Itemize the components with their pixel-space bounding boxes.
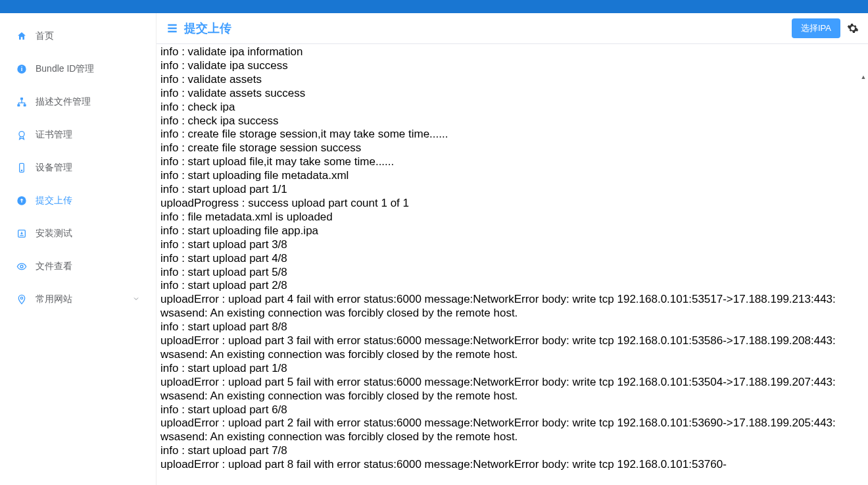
log-line: info : start upload part 1/8 (160, 362, 864, 376)
log-line: uploadError : upload part 8 fail with er… (160, 458, 864, 472)
sidebar: 首页 i Bundle ID管理 描述文件管理 证书管理 设备管理 (0, 13, 157, 485)
sidebar-item-websites[interactable]: 常用网站 (0, 283, 156, 316)
sidebar-item-label: 文件查看 (36, 261, 72, 272)
sidebar-item-label: 描述文件管理 (36, 96, 91, 108)
sidebar-item-cert[interactable]: 证书管理 (0, 118, 156, 151)
sidebar-item-label: 首页 (36, 30, 54, 42)
log-line: info : validate ipa success (160, 59, 864, 73)
sidebar-item-label: 证书管理 (36, 129, 72, 141)
log-line: info : start upload part 6/8 (160, 403, 864, 417)
log-line: uploadError : upload part 4 fail with er… (160, 293, 864, 320)
sidebar-item-label: 提交上传 (36, 195, 72, 207)
log-line: uploadError : upload part 3 fail with er… (160, 334, 864, 362)
svg-rect-2 (20, 97, 23, 99)
sidebar-item-file-view[interactable]: 文件查看 (0, 250, 156, 283)
svg-text:i: i (21, 66, 23, 72)
menu-icon[interactable] (166, 22, 179, 35)
log-line: info : file metadata.xml is uploaded (160, 211, 864, 224)
log-line: info : start upload part 1/1 (160, 183, 864, 197)
svg-point-7 (21, 170, 22, 170)
top-bar (0, 0, 868, 13)
log-line: info : start upload part 5/8 (160, 266, 864, 280)
log-line: info : start upload part 3/8 (160, 238, 864, 252)
page-title: 提交上传 (184, 20, 231, 36)
sidebar-item-device[interactable]: 设备管理 (0, 151, 156, 184)
header: 提交上传 选择IPA (157, 13, 868, 44)
layout: 首页 i Bundle ID管理 描述文件管理 证书管理 设备管理 (0, 13, 868, 485)
log-line: info : start upload file,it may take som… (160, 155, 864, 169)
header-left: 提交上传 (166, 20, 231, 36)
log-line: info : start upload part 4/8 (160, 252, 864, 266)
log-line: info : start upload part 2/8 (160, 279, 864, 293)
sidebar-item-label: Bundle ID管理 (36, 63, 94, 75)
log-line: uploadError : upload part 2 fail with er… (160, 417, 864, 444)
info-icon: i (16, 63, 28, 75)
log-line: info : start uploading file app.ipa (160, 224, 864, 238)
log-line: info : check ipa success (160, 115, 864, 128)
log-line: info : check ipa (160, 101, 864, 115)
cert-icon (16, 129, 28, 141)
sidebar-item-label: 设备管理 (36, 162, 72, 174)
sidebar-item-upload[interactable]: 提交上传 (0, 184, 156, 217)
sitemap-icon (16, 96, 28, 108)
log-line: info : validate assets success (160, 87, 864, 101)
log-line: uploadError : upload part 5 fail with er… (160, 376, 864, 403)
chevron-down-icon (132, 294, 140, 305)
upload-icon (16, 195, 28, 207)
svg-point-5 (19, 132, 24, 137)
sidebar-item-install-test[interactable]: 安装测试 (0, 217, 156, 250)
log-line: info : validate assets (160, 73, 864, 87)
header-right: 选择IPA (792, 18, 859, 38)
eye-icon (16, 261, 28, 272)
device-icon (16, 162, 28, 174)
pin-icon (16, 294, 28, 305)
sidebar-item-label: 安装测试 (36, 228, 72, 240)
log-line: uploadProgress : success upload part cou… (160, 197, 864, 211)
sidebar-item-label: 常用网站 (36, 294, 72, 305)
log-line: info : start upload part 8/8 (160, 320, 864, 334)
log-line: info : start upload part 7/8 (160, 444, 864, 458)
log-line: info : start uploading file metadata.xml (160, 169, 864, 183)
log-line: info : validate ipa information (160, 45, 864, 59)
svg-point-10 (20, 265, 23, 268)
sidebar-item-profile[interactable]: 描述文件管理 (0, 86, 156, 118)
log-container[interactable]: ▲ info : validate ipa informationinfo : … (157, 44, 868, 485)
log-line: info : create file storage session,it ma… (160, 128, 864, 141)
sidebar-item-home[interactable]: 首页 (0, 20, 156, 53)
select-ipa-button[interactable]: 选择IPA (792, 18, 840, 38)
gear-icon[interactable] (847, 22, 859, 34)
home-icon (16, 30, 28, 42)
sidebar-item-bundle-id[interactable]: i Bundle ID管理 (0, 53, 156, 86)
install-icon (16, 228, 28, 240)
scrollbar-up-icon[interactable]: ▲ (860, 73, 867, 81)
main: 提交上传 选择IPA ▲ info : validate ipa informa… (157, 13, 868, 485)
svg-point-11 (20, 297, 22, 299)
svg-rect-4 (24, 104, 26, 106)
svg-rect-3 (17, 104, 20, 106)
log-line: info : create file storage session succe… (160, 141, 864, 155)
